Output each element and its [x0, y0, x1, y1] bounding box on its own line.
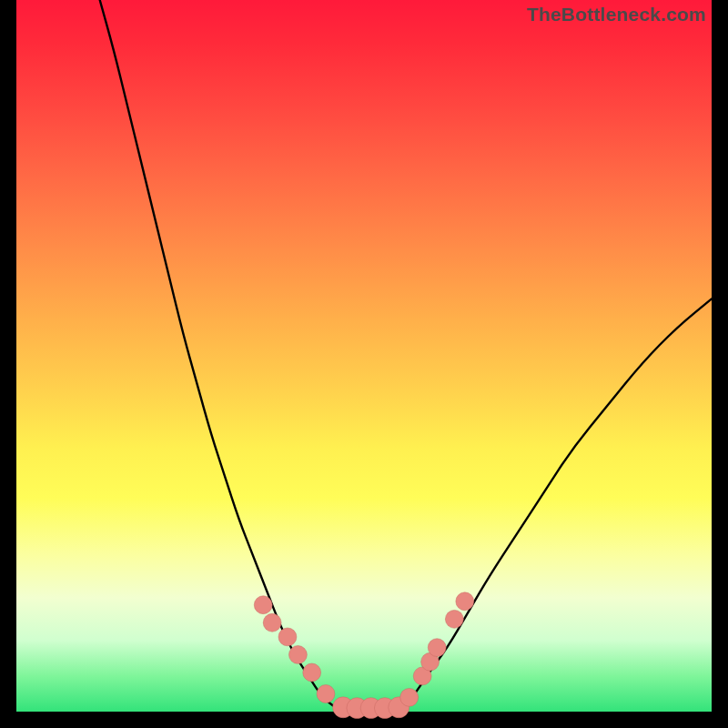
data-marker — [428, 639, 446, 657]
data-marker — [288, 646, 307, 664]
watermark-text: TheBottleneck.com — [527, 4, 706, 25]
data-marker — [400, 688, 419, 706]
marker-group — [254, 592, 473, 719]
data-marker — [317, 685, 335, 703]
data-marker — [456, 592, 474, 611]
left-curve — [100, 0, 337, 708]
data-marker — [263, 613, 281, 632]
data-marker — [278, 628, 297, 646]
chart-frame: TheBottleneck.com — [16, 0, 712, 712]
chart-svg — [16, 0, 712, 712]
data-marker — [445, 610, 463, 628]
data-marker — [254, 596, 272, 614]
data-marker — [303, 663, 321, 682]
